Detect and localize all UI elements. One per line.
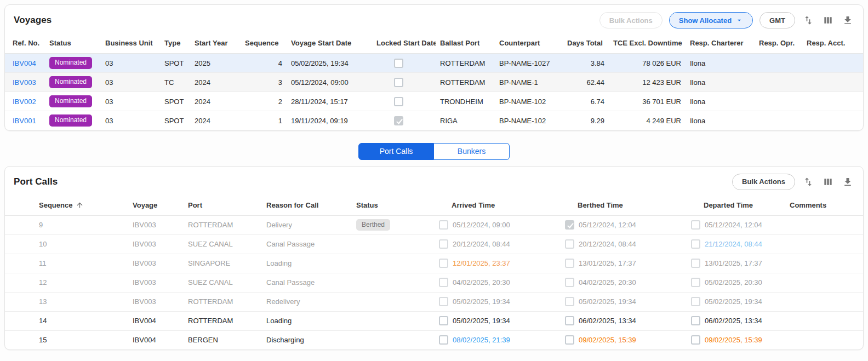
voyage-ref-link[interactable]: IBV003	[13, 78, 36, 87]
departed-time-checkbox[interactable]	[691, 259, 700, 268]
column-header-reason-for-call[interactable]: Reason for Call	[262, 195, 352, 216]
column-header-resp-charterer[interactable]: Resp. Charterer	[686, 33, 755, 54]
column-header-sequence[interactable]: Sequence	[5, 195, 128, 216]
voyage-row[interactable]: IBV003Nominated03TC2024305/12/2024, 09:0…	[5, 73, 863, 92]
locked-start-date-cell	[372, 92, 436, 111]
download-button[interactable]	[841, 14, 854, 27]
departed-time-cell: 05/02/2025, 20:30	[687, 273, 785, 292]
port-calls-header-row: SequenceVoyagePortReason for CallStatusA…	[5, 195, 863, 216]
column-header-business-unit[interactable]: Business Unit	[101, 33, 160, 54]
departed-time-checkbox[interactable]	[691, 220, 700, 230]
column-header-voyage-start-date[interactable]: Voyage Start Date	[287, 33, 372, 54]
tab-bunkers[interactable]: Bunkers	[434, 143, 510, 160]
column-header-berthed-time[interactable]: Berthed Time	[561, 195, 687, 216]
comments-cell	[785, 215, 863, 234]
voyage-start-date-cell: 28/11/2024, 15:17	[287, 92, 372, 111]
days-total-cell: 6.74	[563, 92, 609, 111]
voyage-ref-link[interactable]: IBV004	[13, 59, 36, 67]
arrived-time-checkbox[interactable]	[439, 335, 448, 345]
berthed-time-checkbox[interactable]	[565, 259, 574, 268]
sort-rows-button[interactable]	[802, 14, 815, 27]
bulk-actions-button[interactable]: Bulk Actions	[599, 12, 663, 28]
departed-time-checkbox[interactable]	[691, 316, 700, 325]
column-header-resp-opr[interactable]: Resp. Opr.	[755, 33, 802, 54]
voyage-row[interactable]: IBV004Nominated03SPOT2025405/02/2025, 19…	[5, 54, 863, 73]
column-header-locked-start-date[interactable]: Locked Start Date	[372, 33, 436, 54]
bulk-actions-button[interactable]: Bulk Actions	[732, 174, 795, 190]
download-button[interactable]	[841, 175, 854, 188]
port-call-row[interactable]: 13IBV003ROTTERDAMRedelivery05/02/2025, 1…	[5, 292, 863, 311]
resp-acct-cell	[802, 73, 863, 92]
departed-time-checkbox[interactable]	[691, 297, 700, 306]
arrived-time-cell: 05/02/2025, 19:34	[435, 311, 561, 330]
column-header-voyage[interactable]: Voyage	[128, 195, 184, 216]
berthed-time-cell: 13/01/2025, 17:37	[561, 254, 687, 273]
berthed-time-checkbox[interactable]	[565, 239, 574, 249]
column-header-status[interactable]: Status	[352, 195, 435, 216]
voyage-row[interactable]: IBV001Nominated03SPOT2024119/11/2024, 09…	[5, 111, 863, 130]
columns-button[interactable]	[821, 14, 835, 27]
status-cell	[352, 292, 435, 311]
column-header-ref-no[interactable]: Ref. No.	[5, 33, 45, 54]
locked-start-date-checkbox[interactable]	[394, 97, 403, 106]
column-header-arrived-time[interactable]: Arrived Time	[435, 195, 561, 216]
arrived-time-cell: 08/02/2025, 21:39	[435, 330, 561, 349]
berthed-time-text: 06/02/2025, 13:34	[579, 317, 636, 325]
locked-start-date-checkbox[interactable]	[394, 116, 403, 125]
voyages-table-body: IBV004Nominated03SPOT2025405/02/2025, 19…	[5, 54, 863, 130]
column-header-start-year[interactable]: Start Year	[190, 33, 241, 54]
column-header-label: Port	[188, 201, 202, 209]
arrived-time-checkbox[interactable]	[439, 259, 448, 268]
port-call-row[interactable]: 11IBV003SINGAPORELoading12/01/2025, 23:3…	[5, 254, 863, 273]
show-allocated-button[interactable]: Show Allocated	[669, 12, 753, 28]
column-header-counterpart[interactable]: Counterpart	[495, 33, 563, 54]
berthed-time-checkbox[interactable]	[565, 278, 574, 287]
column-header-label: Reason for Call	[266, 201, 318, 209]
column-header-sequence[interactable]: Sequence	[241, 33, 287, 54]
voyage-start-date-cell: 19/11/2024, 09:19	[287, 111, 372, 130]
berthed-time-checkbox[interactable]	[565, 220, 574, 230]
locked-start-date-checkbox[interactable]	[394, 78, 403, 87]
sort-rows-button[interactable]	[802, 175, 815, 188]
berthed-time-checkbox[interactable]	[565, 316, 574, 325]
departed-time-cell: 06/02/2025, 13:34	[687, 311, 785, 330]
voyage-cell: IBV003	[128, 254, 184, 273]
departed-time-text: 05/12/2024, 12:04	[705, 221, 762, 229]
column-header-port[interactable]: Port	[184, 195, 262, 216]
berthed-time-cell: 05/02/2025, 19:34	[561, 292, 687, 311]
arrived-time-checkbox[interactable]	[439, 239, 448, 249]
column-header-tce-excl-downtime[interactable]: TCE Excl. Downtime	[609, 33, 686, 54]
departed-time-checkbox[interactable]	[691, 278, 700, 287]
column-header-ballast-port[interactable]: Ballast Port	[436, 33, 495, 54]
port-call-row[interactable]: 14IBV004ROTTERDAMLoading05/02/2025, 19:3…	[5, 311, 863, 330]
arrived-time-checkbox[interactable]	[439, 278, 448, 287]
reason-for-call-cell: Redelivery	[262, 292, 352, 311]
voyage-ref-link[interactable]: IBV001	[13, 117, 36, 125]
column-header-resp-acct[interactable]: Resp. Acct.	[802, 33, 863, 54]
column-header-type[interactable]: Type	[160, 33, 190, 54]
port-call-row[interactable]: 12IBV003SUEZ CANALCanal Passage04/02/202…	[5, 273, 863, 292]
voyage-ref-link[interactable]: IBV002	[13, 98, 36, 106]
column-header-days-total[interactable]: Days Total	[563, 33, 609, 54]
departed-time-checkbox[interactable]	[691, 335, 700, 345]
columns-button[interactable]	[821, 175, 835, 188]
berthed-time-checkbox[interactable]	[565, 335, 574, 345]
tab-port-calls[interactable]: Port Calls	[358, 143, 434, 160]
column-header-comments[interactable]: Comments	[785, 195, 863, 216]
gmt-button[interactable]: GMT	[760, 12, 795, 28]
departed-time-checkbox[interactable]	[691, 239, 700, 249]
arrived-time-checkbox[interactable]	[439, 220, 448, 230]
locked-start-date-checkbox[interactable]	[394, 59, 403, 68]
arrived-time-checkbox[interactable]	[439, 297, 448, 306]
voyages-header-row: Ref. No.StatusBusiness UnitTypeStart Yea…	[5, 33, 863, 54]
berthed-time-checkbox[interactable]	[565, 297, 574, 306]
arrived-time-checkbox[interactable]	[439, 316, 448, 325]
column-header-departed-time[interactable]: Departed Time	[687, 195, 785, 216]
comments-cell	[785, 292, 863, 311]
port-call-row[interactable]: 9IBV003ROTTERDAMDeliveryBerthed05/12/202…	[5, 215, 863, 234]
voyage-row[interactable]: IBV002Nominated03SPOT2024228/11/2024, 15…	[5, 92, 863, 111]
port-call-row[interactable]: 10IBV003SUEZ CANALCanal Passage20/12/202…	[5, 234, 863, 254]
port-call-row[interactable]: 15IBV004BERGENDischarging08/02/2025, 21:…	[5, 330, 863, 349]
column-header-status[interactable]: Status	[45, 33, 101, 54]
resp-acct-cell	[802, 54, 863, 73]
